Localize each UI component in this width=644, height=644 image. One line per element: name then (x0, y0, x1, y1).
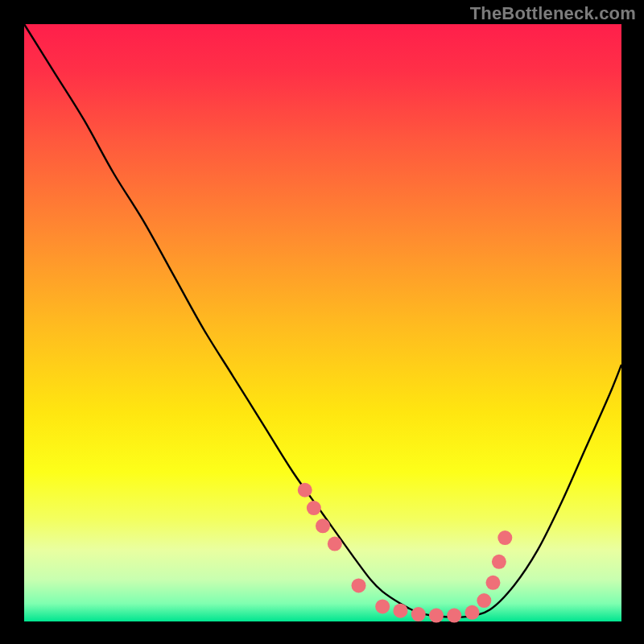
highlight-point (447, 609, 461, 623)
highlight-point (375, 599, 390, 613)
highlight-point (316, 518, 330, 533)
watermark-text: TheBottleneck.com (470, 3, 636, 24)
highlight-point (492, 555, 506, 569)
highlight-point (477, 593, 491, 608)
highlight-point (497, 530, 512, 545)
highlight-point (298, 483, 312, 497)
bottleneck-chart (0, 0, 644, 644)
highlight-point (393, 604, 407, 618)
highlight-point (465, 605, 480, 620)
highlight-point (429, 609, 444, 623)
highlight-point (411, 607, 426, 621)
highlight-point (328, 537, 342, 551)
highlight-point (485, 576, 500, 590)
chart-stage: TheBottleneck.com (0, 0, 644, 644)
highlight-point (352, 578, 366, 592)
highlight-point (307, 501, 321, 515)
